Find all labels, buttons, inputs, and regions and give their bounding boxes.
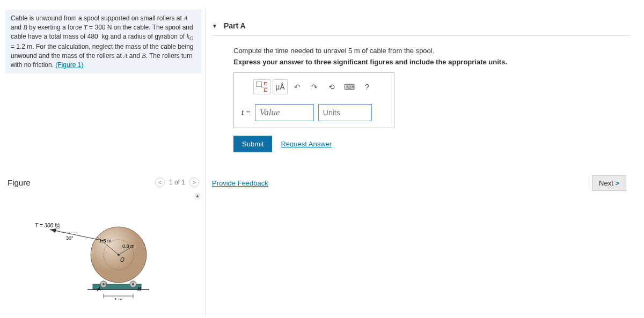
figure-diagram: 1 m A B O 1.5 m 0.8 m — [28, 204, 179, 300]
column-divider — [206, 8, 206, 315]
figure-prev-button[interactable]: < — [155, 178, 165, 187]
figure-nav: < 1 of 1 > — [155, 178, 199, 187]
figure-link[interactable]: (Figure 1) — [55, 61, 83, 69]
scroll-up-icon[interactable]: ▲ — [195, 193, 200, 199]
figure-body: ▲ 1 m A B — [5, 193, 201, 300]
part-header[interactable]: ▼ Part A — [212, 21, 631, 36]
request-answer-link[interactable]: Request Answer — [281, 140, 332, 148]
part-title: Part A — [224, 21, 246, 30]
problem-text: Cable is unwound from a spool supported … — [11, 14, 194, 69]
figure-title: Figure — [8, 178, 31, 187]
center-label: O — [120, 257, 125, 263]
svg-point-18 — [57, 226, 58, 227]
answer-box: μÅ ↶ ↷ ⟲ ⌨ ? t = — [233, 72, 394, 128]
help-button[interactable]: ? — [360, 79, 375, 94]
inner-radius-label: 0.8 m — [122, 243, 135, 249]
value-input[interactable] — [255, 104, 314, 121]
reset-icon[interactable]: ⟲ — [324, 79, 339, 94]
fraction-tool-button[interactable] — [253, 79, 270, 94]
action-row: Submit Request Answer — [233, 136, 620, 152]
part-body: Compute the time needed to unravel 5 m o… — [212, 36, 631, 163]
roller-a-label: A — [97, 286, 101, 292]
footer-row: Provide Feedback Next > — [212, 175, 626, 191]
svg-point-8 — [132, 283, 134, 285]
express-text: Express your answer to three significant… — [233, 58, 620, 66]
svg-marker-15 — [50, 228, 56, 233]
force-label: T = 300 N — [35, 223, 59, 228]
part-panel: ▼ Part A Compute the time needed to unra… — [212, 21, 631, 163]
mu-tool-button[interactable]: μÅ — [273, 79, 288, 94]
svg-point-6 — [103, 283, 105, 285]
submit-button[interactable]: Submit — [233, 136, 272, 152]
figure-next-button[interactable]: > — [189, 178, 199, 187]
instruction-text: Compute the time needed to unravel 5 m o… — [233, 47, 620, 55]
units-input[interactable] — [318, 104, 372, 121]
roller-b-label: B — [137, 286, 141, 292]
undo-icon[interactable]: ↶ — [290, 79, 305, 94]
problem-statement: Cable is unwound from a spool supported … — [5, 10, 201, 73]
problem-panel: Cable is unwound from a spool supported … — [5, 10, 201, 73]
figure-counter: 1 of 1 — [169, 179, 185, 186]
keyboard-icon[interactable]: ⌨ — [341, 79, 357, 94]
answer-toolbar: μÅ ↶ ↷ ⟲ ⌨ ? — [238, 77, 390, 97]
svg-line-14 — [50, 230, 106, 241]
figure-panel: Figure < 1 of 1 > ▲ 1 m A B — [5, 174, 201, 308]
provide-feedback-link[interactable]: Provide Feedback — [212, 179, 268, 187]
collapse-caret-icon: ▼ — [212, 23, 217, 29]
chevron-right-icon: > — [615, 179, 619, 187]
base-width-label: 1 m — [114, 297, 122, 300]
angle-label: 30° — [66, 235, 74, 241]
input-row: t = — [238, 102, 390, 123]
outer-radius-label: 1.5 m — [99, 238, 112, 243]
figure-header: Figure < 1 of 1 > — [5, 174, 201, 193]
next-button[interactable]: Next > — [592, 175, 626, 191]
redo-icon[interactable]: ↷ — [307, 79, 322, 94]
variable-label: t = — [241, 108, 251, 117]
